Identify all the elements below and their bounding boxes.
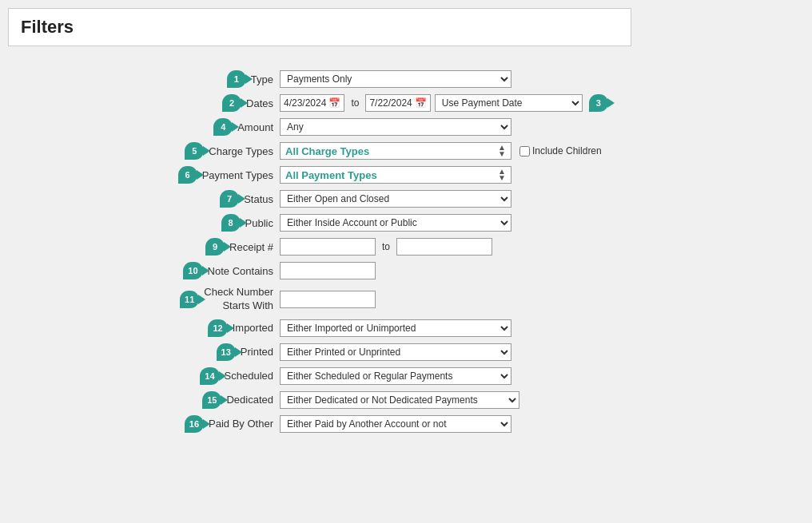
control-type: Payments Only All Charges Only bbox=[280, 70, 804, 88]
payment-types-multiselect[interactable]: All Payment Types ▲ ▼ bbox=[280, 166, 511, 184]
control-status: Either Open and Closed Open Only Closed … bbox=[280, 190, 804, 208]
dedicated-select[interactable]: Either Dedicated or Not Dedicated Paymen… bbox=[280, 391, 519, 409]
calendar-from-icon[interactable]: 📅 bbox=[328, 97, 340, 109]
badge-1: 1 bbox=[227, 70, 246, 88]
control-scheduled: Either Scheduled or Regular Payments Sch… bbox=[280, 367, 804, 385]
filters-body: 1 Type Payments Only All Charges Only 2 … bbox=[8, 62, 804, 447]
label-section-receipt: 9 Receipt # bbox=[24, 238, 280, 256]
paid-by-other-select[interactable]: Either Paid by Another Account or not Pa… bbox=[280, 415, 511, 433]
filters-header-box: Filters bbox=[8, 8, 631, 46]
to-label: to bbox=[348, 97, 361, 109]
charge-types-value: All Charge Types bbox=[285, 145, 498, 157]
check-label: Check Number Starts With bbox=[204, 286, 273, 313]
badge-7: 7 bbox=[220, 190, 239, 208]
filter-row-amount: 4 Amount Any Greater Than Less Than Equa… bbox=[24, 118, 804, 136]
printed-select[interactable]: Either Printed or Unprinted Printed Only… bbox=[280, 343, 511, 361]
date-from-value: 4/23/2024 bbox=[284, 97, 326, 109]
filter-row-dates: 2 Dates 4/23/2024 📅 to 7/22/2024 📅 Use P… bbox=[24, 94, 804, 112]
control-receipt: to bbox=[280, 238, 804, 256]
label-section-public: 8 Public bbox=[24, 214, 280, 232]
filter-row-printed: 13 Printed Either Printed or Unprinted P… bbox=[24, 343, 804, 361]
badge-14: 14 bbox=[200, 367, 219, 385]
label-check-line1: Check Number bbox=[204, 286, 273, 299]
filter-row-paid-by-other: 16 Paid By Other Either Paid by Another … bbox=[24, 415, 804, 433]
filter-row-scheduled: 14 Scheduled Either Scheduled or Regular… bbox=[24, 367, 804, 385]
amount-select[interactable]: Any Greater Than Less Than Equal To bbox=[280, 118, 511, 136]
label-printed: Printed bbox=[241, 346, 273, 358]
badge-5: 5 bbox=[185, 142, 204, 160]
label-payment-types: Payment Types bbox=[202, 169, 273, 181]
label-amount: Amount bbox=[237, 121, 273, 133]
label-section-payment-types: 6 Payment Types bbox=[24, 166, 280, 184]
control-payment-types: All Payment Types ▲ ▼ bbox=[280, 166, 804, 184]
control-public: Either Inside Account or Public Inside A… bbox=[280, 214, 804, 232]
label-section-paid-by-other: 16 Paid By Other bbox=[24, 415, 280, 433]
type-select[interactable]: Payments Only All Charges Only bbox=[280, 70, 511, 88]
status-select[interactable]: Either Open and Closed Open Only Closed … bbox=[280, 190, 511, 208]
badge-10: 10 bbox=[183, 262, 202, 279]
control-dedicated: Either Dedicated or Not Dedicated Paymen… bbox=[280, 391, 804, 409]
badge-9: 9 bbox=[205, 238, 225, 256]
payment-types-arrows: ▲ ▼ bbox=[498, 168, 506, 181]
label-section-amount: 4 Amount bbox=[24, 118, 280, 136]
date-to[interactable]: 7/22/2024 📅 bbox=[365, 94, 430, 112]
include-children-text: Include Children bbox=[532, 145, 602, 157]
control-printed: Either Printed or Unprinted Printed Only… bbox=[280, 343, 804, 361]
control-paid-by-other: Either Paid by Another Account or not Pa… bbox=[280, 415, 804, 433]
receipt-to-input[interactable] bbox=[396, 238, 492, 256]
label-check-line2: Starts With bbox=[222, 299, 273, 313]
page-container: Filters 1 Type Payments Only All Charges… bbox=[0, 0, 812, 455]
control-dates: 4/23/2024 📅 to 7/22/2024 📅 Use Payment D… bbox=[280, 94, 804, 112]
calendar-to-icon[interactable]: 📅 bbox=[415, 97, 427, 109]
label-section-note: 10 Note Contains bbox=[24, 262, 280, 279]
filter-row-charge-types: 5 Charge Types All Charge Types ▲ ▼ Incl… bbox=[24, 142, 804, 160]
label-imported: Imported bbox=[233, 322, 273, 334]
label-status: Status bbox=[244, 193, 273, 205]
label-section-charge-types: 5 Charge Types bbox=[24, 142, 280, 160]
label-section-printed: 13 Printed bbox=[24, 343, 280, 361]
filter-row-status: 7 Status Either Open and Closed Open Onl… bbox=[24, 190, 804, 208]
label-section-dates: 2 Dates bbox=[24, 94, 280, 112]
imported-select[interactable]: Either Imported or Unimported Imported O… bbox=[280, 319, 511, 337]
badge-12: 12 bbox=[208, 319, 227, 337]
label-dates: Dates bbox=[246, 97, 273, 109]
control-imported: Either Imported or Unimported Imported O… bbox=[280, 319, 804, 337]
badge-3: 3 bbox=[589, 94, 608, 112]
date-option-select[interactable]: Use Payment Date Use Transaction Date Us… bbox=[435, 94, 583, 112]
badge-2: 2 bbox=[222, 94, 241, 112]
label-section-type: 1 Type bbox=[24, 70, 280, 88]
label-type: Type bbox=[251, 73, 273, 85]
label-receipt: Receipt # bbox=[229, 241, 273, 253]
date-to-value: 7/22/2024 bbox=[369, 97, 412, 109]
receipt-from-input[interactable] bbox=[280, 238, 376, 256]
label-section-check: 11 Check Number Starts With bbox=[24, 286, 280, 313]
scheduled-select[interactable]: Either Scheduled or Regular Payments Sch… bbox=[280, 367, 511, 385]
date-from[interactable]: 4/23/2024 📅 bbox=[280, 94, 344, 112]
control-note bbox=[280, 262, 804, 279]
badge-15: 15 bbox=[202, 391, 221, 409]
badge-8: 8 bbox=[221, 214, 241, 232]
filter-row-receipt: 9 Receipt # to bbox=[24, 238, 804, 256]
charge-types-arrows: ▲ ▼ bbox=[498, 145, 506, 157]
filter-row-public: 8 Public Either Inside Account or Public… bbox=[24, 214, 804, 232]
payment-types-value: All Payment Types bbox=[285, 169, 498, 181]
filter-row-payment-types: 6 Payment Types All Payment Types ▲ ▼ bbox=[24, 166, 804, 184]
badge-13: 13 bbox=[217, 343, 236, 361]
label-charge-types: Charge Types bbox=[209, 145, 273, 157]
control-check bbox=[280, 291, 804, 308]
label-section-scheduled: 14 Scheduled bbox=[24, 367, 280, 385]
note-input[interactable] bbox=[280, 262, 376, 279]
include-children-checkbox[interactable] bbox=[519, 146, 530, 157]
label-section-imported: 12 Imported bbox=[24, 319, 280, 337]
badge-16: 16 bbox=[185, 415, 204, 433]
page-title: Filters bbox=[21, 17, 619, 38]
label-paid-by-other: Paid By Other bbox=[209, 418, 273, 430]
check-input[interactable] bbox=[280, 291, 376, 308]
control-charge-types: All Charge Types ▲ ▼ Include Children bbox=[280, 142, 804, 160]
label-section-status: 7 Status bbox=[24, 190, 280, 208]
charge-types-multiselect[interactable]: All Charge Types ▲ ▼ bbox=[280, 142, 511, 160]
public-select[interactable]: Either Inside Account or Public Inside A… bbox=[280, 214, 511, 232]
receipt-to-label: to bbox=[380, 241, 392, 252]
label-section-dedicated: 15 Dedicated bbox=[24, 391, 280, 409]
include-children-label[interactable]: Include Children bbox=[519, 145, 602, 157]
